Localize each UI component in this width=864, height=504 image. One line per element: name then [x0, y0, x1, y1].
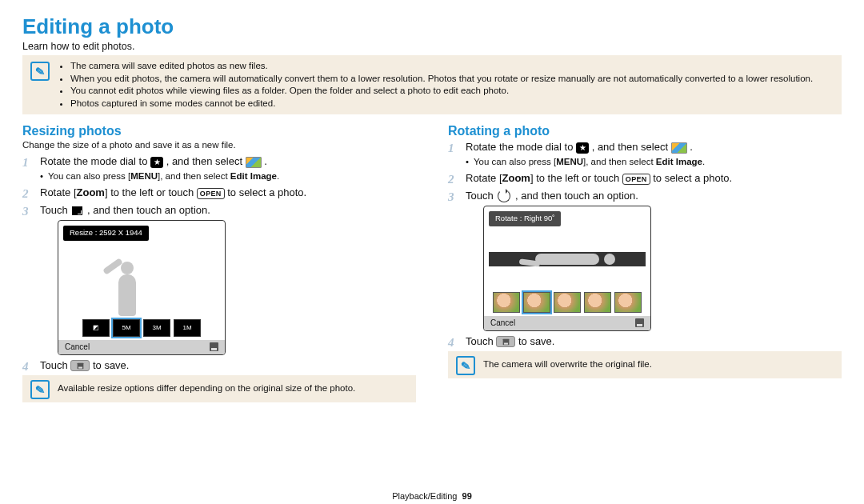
- intro-text: Learn how to edit photos.: [22, 41, 842, 52]
- top-note-list: The camera will save edited photos as ne…: [58, 60, 813, 110]
- page-footer: Playback/Editing 99: [22, 488, 842, 501]
- mode-dial-icon: ★: [576, 142, 589, 154]
- screen-label: Resize : 2592 X 1944: [63, 226, 149, 241]
- substep: You can also press [MENU], and then sele…: [40, 170, 416, 183]
- rotate-thumbs: [484, 289, 650, 316]
- screen-bottombar: Cancel: [484, 316, 650, 330]
- note-item: Photos captured in some modes cannot be …: [70, 98, 813, 110]
- save-key-icon: [496, 336, 515, 347]
- section-desc: Change the size of a photo and save it a…: [22, 140, 416, 150]
- two-column-layout: Resizing photos Change the size of a pho…: [22, 121, 842, 488]
- cancel-button[interactable]: Cancel: [490, 318, 515, 329]
- resize-options: ◩ 5M 3M 1M: [58, 316, 225, 340]
- silhouette-preview: [519, 250, 615, 268]
- cancel-button[interactable]: Cancel: [65, 342, 90, 353]
- open-key-icon: OPEN: [622, 174, 650, 185]
- footer-section: Playback/Editing: [392, 491, 457, 501]
- step-4: 4 Touch to save.: [22, 358, 416, 373]
- step-2: 2 Rotate [Zoom] to the left or touch OPE…: [22, 186, 416, 200]
- preview-area: [63, 244, 220, 316]
- step-1: 1 Rotate the mode dial to ★ , and then s…: [22, 154, 416, 182]
- rotate-note-box: ✎ The camera will overwrite the original…: [448, 351, 842, 378]
- rotate-screen: Rotate : Right 90˚: [483, 206, 651, 330]
- save-icon[interactable]: [210, 342, 218, 351]
- page-title: Editing a photo: [22, 14, 842, 39]
- resize-opt-selected[interactable]: 5M: [113, 319, 140, 337]
- resize-opt[interactable]: ◩: [82, 319, 110, 337]
- preview-area: [489, 230, 646, 289]
- manual-page: Editing a photo Learn how to edit photos…: [0, 0, 864, 504]
- step-3: 3 Touch , and then touch an option. Resi…: [22, 203, 416, 355]
- note-text: The camera will overwrite the original f…: [483, 358, 652, 371]
- thumb[interactable]: [493, 292, 520, 313]
- note-item: You cannot edit photos while viewing fil…: [70, 85, 813, 98]
- section-heading: Resizing photos: [22, 124, 416, 138]
- resize-note-box: ✎ Available resize options differ depend…: [22, 375, 416, 402]
- note-item: The camera will save edited photos as ne…: [70, 60, 813, 73]
- top-note-box: ✎ The camera will save edited photos as …: [22, 55, 842, 114]
- resizing-section: Resizing photos Change the size of a pho…: [22, 121, 416, 488]
- resize-opt[interactable]: 1M: [174, 319, 201, 337]
- step-3: 3 Touch , and then touch an option. Rota…: [448, 189, 842, 331]
- thumb[interactable]: [614, 292, 642, 313]
- note-text: Available resize options differ dependin…: [58, 382, 355, 395]
- step-2: 2 Rotate [Zoom] to the left or touch OPE…: [448, 171, 842, 186]
- step-4: 4 Touch to save.: [448, 334, 842, 349]
- edit-image-icon: [246, 157, 262, 168]
- silhouette-preview: [107, 252, 147, 316]
- page-number: 99: [462, 491, 472, 501]
- open-key-icon: OPEN: [197, 188, 225, 199]
- resize-opt[interactable]: 3M: [143, 319, 170, 337]
- mode-dial-icon: ★: [150, 157, 163, 168]
- section-heading: Rotating a photo: [448, 124, 842, 138]
- thumb[interactable]: [554, 292, 581, 313]
- resize-icon: [72, 206, 82, 215]
- note-item: When you edit photos, the camera will au…: [70, 73, 813, 86]
- screen-label: Rotate : Right 90˚: [489, 211, 561, 226]
- note-icon: ✎: [30, 62, 50, 81]
- resize-screen: Resize : 2592 X 1944 ◩ 5M 3M 1M: [58, 220, 226, 354]
- edit-image-icon: [671, 142, 687, 154]
- thumb-selected[interactable]: [523, 292, 550, 313]
- rotate-icon: [498, 190, 510, 202]
- screen-bottombar: Cancel: [58, 340, 225, 354]
- step-1: 1 Rotate the mode dial to ★ , and then s…: [448, 140, 842, 168]
- substep: You can also press [MENU], and then sele…: [466, 156, 842, 169]
- thumb[interactable]: [584, 292, 611, 313]
- rotating-section: Rotating a photo 1 Rotate the mode dial …: [448, 121, 842, 488]
- save-key-icon: [70, 360, 90, 371]
- note-icon: ✎: [30, 380, 50, 399]
- note-icon: ✎: [456, 356, 475, 375]
- save-icon[interactable]: [635, 318, 644, 327]
